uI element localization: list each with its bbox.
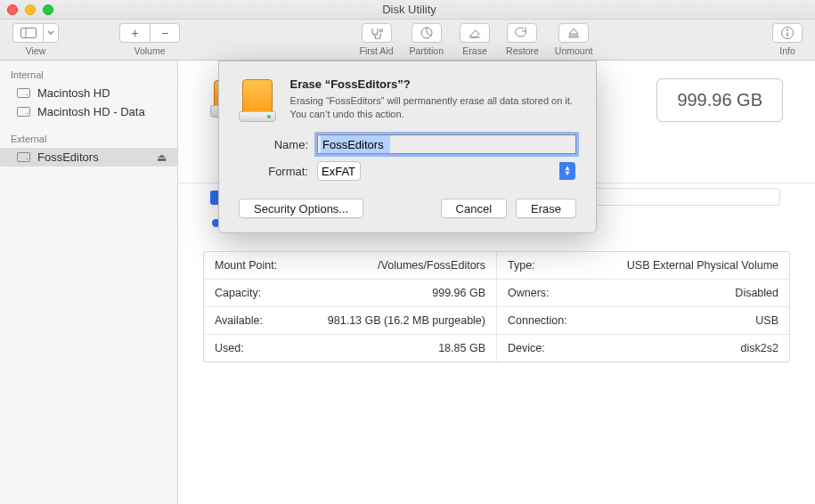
info-key: Owners: xyxy=(508,287,550,299)
sidebar-item-label: FossEditors xyxy=(37,150,99,164)
info-key: Used: xyxy=(215,342,244,354)
internal-disk-icon xyxy=(16,88,30,98)
table-row: Available:981.13 GB (16.2 MB purgeable) … xyxy=(204,307,789,335)
toolbar-volume-group: + − Volume xyxy=(119,23,180,56)
name-label: Name: xyxy=(239,138,317,151)
stethoscope-icon xyxy=(369,27,385,39)
security-options-button[interactable]: Security Options... xyxy=(239,199,363,218)
select-stepper-icon: ▲▼ xyxy=(559,162,575,180)
svg-rect-0 xyxy=(20,28,36,38)
erase-icon xyxy=(468,27,482,39)
chevron-down-icon xyxy=(47,30,54,36)
internal-disk-icon xyxy=(16,107,30,117)
info-key: Capacity: xyxy=(215,287,261,299)
sidebar-item-label: Macintosh HD - Data xyxy=(37,105,145,118)
info-value: USB External Physical Volume xyxy=(627,259,778,272)
toolbar-label-partition: Partition xyxy=(410,45,444,56)
external-disk-icon xyxy=(16,152,30,162)
info-icon xyxy=(780,26,795,40)
cancel-button[interactable]: Cancel xyxy=(441,199,507,218)
svg-point-13 xyxy=(26,159,28,160)
table-row: Capacity:999.96 GB Owners:Disabled xyxy=(204,280,789,307)
toolbar-label-unmount: Unmount xyxy=(555,45,593,56)
remove-volume-button[interactable]: − xyxy=(150,23,180,43)
erase-dialog: Erase “FossEditors”? Erasing “FossEditor… xyxy=(218,61,597,233)
window-title: Disk Utility xyxy=(53,3,765,16)
info-key: Available: xyxy=(215,314,263,327)
erase-button[interactable] xyxy=(460,23,490,43)
capacity-display: 999.96 GB xyxy=(656,78,783,122)
sidebar-item-label: Macintosh HD xyxy=(37,86,110,100)
toolbar-label-restore: Restore xyxy=(506,45,539,56)
info-button[interactable] xyxy=(772,23,803,43)
info-value: USB xyxy=(755,314,778,327)
restore-icon xyxy=(515,27,529,39)
table-row: Mount Point:/Volumes/FossEditors Type:US… xyxy=(204,252,789,280)
partition-button[interactable] xyxy=(412,23,442,43)
view-menu-button[interactable] xyxy=(43,23,59,43)
svg-point-11 xyxy=(26,113,28,115)
dialog-volume-icon xyxy=(239,77,276,122)
erase-confirm-button[interactable]: Erase xyxy=(516,199,576,218)
info-key: Type: xyxy=(508,259,535,272)
sidebar-item-internal-0[interactable]: Macintosh HD xyxy=(0,84,177,102)
titlebar: Disk Utility xyxy=(0,0,815,20)
svg-line-4 xyxy=(427,33,431,36)
sidebar-icon xyxy=(20,28,37,38)
info-table: Mount Point:/Volumes/FossEditors Type:US… xyxy=(203,251,790,362)
sidebar-header-external: External xyxy=(0,130,177,148)
minus-icon: − xyxy=(161,26,168,40)
toolbar-label-firstaid: First Aid xyxy=(360,45,394,56)
toolbar-label-view: View xyxy=(26,45,46,56)
sidebar: Internal Macintosh HD Macintosh HD - Dat… xyxy=(0,61,178,504)
restore-button[interactable] xyxy=(507,23,537,43)
info-value: Disabled xyxy=(735,287,778,299)
zoom-window-button[interactable] xyxy=(43,4,53,15)
format-select[interactable]: ExFAT ▲▼ xyxy=(317,161,576,181)
format-select-input[interactable]: ExFAT xyxy=(317,161,361,181)
svg-rect-12 xyxy=(17,153,29,162)
svg-rect-8 xyxy=(17,89,29,98)
sidebar-item-external-0[interactable]: FossEditors ⏏ xyxy=(0,148,177,167)
svg-rect-10 xyxy=(17,108,29,117)
partition-icon xyxy=(420,26,434,40)
unmount-button[interactable] xyxy=(558,23,589,43)
info-value: /Volumes/FossEditors xyxy=(378,259,485,272)
toolbar-label-erase: Erase xyxy=(462,45,486,56)
info-value: disk2s2 xyxy=(741,342,778,354)
dialog-title: Erase “FossEditors”? xyxy=(290,77,576,91)
table-row: Used:18.85 GB Device:disk2s2 xyxy=(204,335,789,362)
info-value: 981.13 GB (16.2 MB purgeable) xyxy=(328,314,485,327)
toolbar: View + − Volume First Aid Partition Eras xyxy=(0,20,815,61)
format-label: Format: xyxy=(239,165,317,178)
eject-icon[interactable]: ⏏ xyxy=(157,151,167,164)
minimize-window-button[interactable] xyxy=(25,4,36,15)
info-key: Device: xyxy=(508,342,545,354)
toolbar-label-info: Info xyxy=(779,45,795,56)
toolbar-view-group: View xyxy=(12,23,59,56)
info-key: Mount Point: xyxy=(215,259,277,272)
info-value: 18.85 GB xyxy=(438,342,485,354)
plus-icon: + xyxy=(131,26,138,40)
sidebar-header-internal: Internal xyxy=(0,66,177,84)
close-window-button[interactable] xyxy=(7,4,18,15)
eject-icon xyxy=(567,27,580,39)
sidebar-item-internal-1[interactable]: Macintosh HD - Data xyxy=(0,102,177,121)
svg-point-6 xyxy=(786,29,788,31)
sidebar-toggle-button[interactable] xyxy=(12,23,43,43)
info-key: Connection: xyxy=(508,314,567,327)
dialog-message: Erasing “FossEditors” will permanently e… xyxy=(290,94,576,121)
name-input[interactable] xyxy=(317,134,576,154)
svg-point-9 xyxy=(26,94,28,96)
add-volume-button[interactable]: + xyxy=(119,23,150,43)
info-value: 999.96 GB xyxy=(432,287,485,299)
traffic-lights xyxy=(7,4,53,15)
toolbar-label-volume: Volume xyxy=(134,45,165,56)
first-aid-button[interactable] xyxy=(362,23,392,43)
